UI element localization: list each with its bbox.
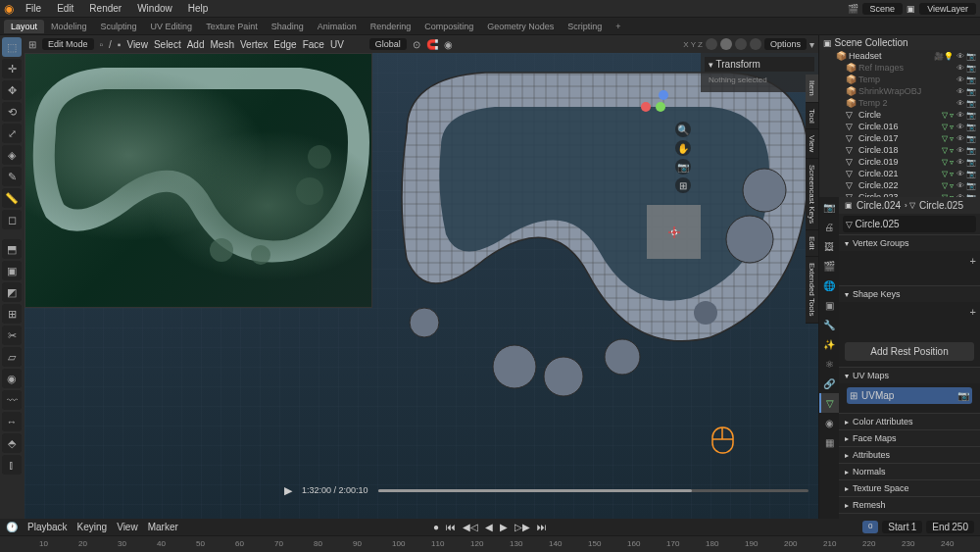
outliner-item[interactable]: 📦Temp👁 📷: [819, 74, 980, 85]
tool-extrude[interactable]: ⬒: [2, 239, 22, 259]
tool-cursor[interactable]: ✛: [2, 59, 22, 78]
vtab-tool[interactable]: Tool: [806, 103, 818, 130]
outliner-item[interactable]: ▽Circle.022▽ ▿👁 📷: [819, 179, 980, 191]
outliner-scene-collection[interactable]: ▣ Scene Collection: [819, 35, 980, 50]
nav-perspective[interactable]: ⊞: [675, 177, 691, 193]
ptab-object[interactable]: ▣: [819, 295, 839, 315]
panel-normals[interactable]: Normals: [839, 464, 980, 479]
menu-mesh[interactable]: Mesh: [211, 39, 234, 50]
prev-keyframe-button[interactable]: ◀◁: [461, 522, 480, 532]
panel-vertex-groups[interactable]: Vertex Groups: [839, 235, 980, 251]
scene-selector[interactable]: Scene: [862, 3, 904, 15]
outliner-item[interactable]: ▽Circle.016▽ ▿👁 📷: [819, 121, 980, 132]
timeline-marker-menu[interactable]: Marker: [148, 522, 178, 532]
play-button[interactable]: ▶: [498, 522, 510, 532]
proportional-icon[interactable]: ◉: [444, 39, 453, 50]
snap-icon[interactable]: 🧲: [426, 39, 438, 50]
tool-transform[interactable]: ◈: [2, 145, 22, 165]
menu-help[interactable]: Help: [180, 3, 217, 14]
tab-texture-paint[interactable]: Texture Paint: [199, 22, 265, 31]
ptab-modifiers[interactable]: 🔧: [819, 315, 839, 334]
tab-animation[interactable]: Animation: [311, 22, 364, 31]
video-play-button[interactable]: ▶: [284, 484, 292, 497]
autokey-icon[interactable]: ●: [431, 522, 441, 532]
vertex-select-mode[interactable]: ▫: [100, 39, 104, 50]
video-progress-track[interactable]: [378, 489, 808, 492]
ptab-viewlayer[interactable]: 🖼: [819, 236, 839, 256]
timeline-ruler[interactable]: 1020304050607080901001101201301401501601…: [0, 536, 980, 552]
start-frame-field[interactable]: Start 1: [882, 521, 922, 533]
3d-viewport[interactable]: ▾ Transform Nothing selected 🔍 ✋ 📷 ⊞: [24, 53, 818, 519]
viewlayer-selector[interactable]: ViewLayer: [919, 3, 976, 15]
add-shape-key-button[interactable]: +: [970, 306, 976, 318]
timeline-editor-icon[interactable]: 🕐: [6, 522, 18, 532]
tool-knife[interactable]: ✂: [2, 326, 22, 345]
ptab-world[interactable]: 🌐: [819, 276, 839, 295]
tab-compositing[interactable]: Compositing: [417, 22, 480, 31]
gizmo-z-axis[interactable]: [659, 90, 668, 100]
tool-annotate[interactable]: ✎: [2, 167, 22, 186]
add-rest-position-button[interactable]: Add Rest Position: [845, 342, 974, 361]
nav-pan[interactable]: ✋: [675, 140, 691, 156]
tab-scripting[interactable]: Scripting: [561, 22, 609, 31]
menu-edge[interactable]: Edge: [273, 39, 296, 50]
timeline-playback-menu[interactable]: Playback: [27, 522, 68, 532]
vtab-screencast[interactable]: Screencast Keys: [806, 159, 818, 230]
tool-move[interactable]: ✥: [2, 80, 22, 100]
ptab-texture[interactable]: ▦: [819, 432, 839, 452]
chevron-down-icon[interactable]: ▾: [809, 39, 814, 50]
ptab-output[interactable]: 🖨: [819, 217, 839, 236]
n-panel-transform-header[interactable]: ▾ Transform: [705, 57, 814, 72]
tool-rip[interactable]: ⫿: [2, 455, 22, 475]
shading-rendered[interactable]: [750, 38, 761, 50]
nav-zoom[interactable]: 🔍: [675, 122, 691, 137]
jump-start-button[interactable]: ⏮: [444, 522, 458, 532]
end-frame-field[interactable]: End 250: [926, 521, 974, 533]
outliner-item[interactable]: 📦Temp 2👁 📷: [819, 97, 980, 109]
outliner-item[interactable]: ▽Circle.018▽ ▿👁 📷: [819, 144, 980, 156]
uvmap-item[interactable]: ⊞ UVMap 📷: [847, 387, 972, 404]
tool-loop-cut[interactable]: ⊞: [2, 304, 22, 324]
ptab-constraints[interactable]: 🔗: [819, 374, 839, 393]
menu-select[interactable]: Select: [154, 39, 181, 50]
jump-end-button[interactable]: ⏭: [535, 522, 549, 532]
panel-texture-space[interactable]: Texture Space: [839, 480, 980, 496]
vtab-edit[interactable]: Edit: [806, 230, 818, 257]
panel-geometry-data[interactable]: Geometry Data: [839, 514, 980, 519]
menu-view[interactable]: View: [126, 39, 148, 50]
tool-bevel[interactable]: ◩: [2, 282, 22, 302]
tool-measure[interactable]: 📏: [2, 188, 22, 208]
panel-shape-keys[interactable]: Shape Keys: [839, 286, 980, 302]
next-keyframe-button[interactable]: ▷▶: [513, 522, 532, 532]
gizmo-x-axis[interactable]: [641, 102, 651, 112]
add-vertex-group-button[interactable]: +: [970, 255, 976, 267]
panel-remesh[interactable]: Remesh: [839, 497, 980, 513]
tab-geometry-nodes[interactable]: Geometry Nodes: [480, 22, 561, 31]
orientation-selector[interactable]: Global: [369, 38, 407, 50]
tool-inset[interactable]: ▣: [2, 261, 22, 280]
outliner-item[interactable]: ▽Circle.021▽ ▿👁 📷: [819, 168, 980, 179]
panel-uv-maps[interactable]: UV Maps: [839, 368, 980, 383]
gizmo-y-axis[interactable]: [656, 102, 665, 112]
mesh-name-field[interactable]: ▽ Circle.025: [843, 216, 976, 232]
nav-camera[interactable]: 📷: [675, 159, 691, 175]
ptab-render[interactable]: 📷: [819, 197, 839, 217]
tab-uv-editing[interactable]: UV Editing: [144, 22, 200, 31]
menu-window[interactable]: Window: [129, 3, 180, 14]
ptab-physics[interactable]: ⚛: [819, 354, 839, 374]
mode-selector[interactable]: Edit Mode: [42, 38, 94, 50]
menu-vertex[interactable]: Vertex: [240, 39, 268, 50]
tool-smooth[interactable]: 〰: [2, 390, 22, 410]
tab-shading[interactable]: Shading: [265, 22, 311, 31]
menu-edit[interactable]: Edit: [49, 3, 81, 14]
vtab-view[interactable]: View: [806, 129, 818, 159]
tool-rotate[interactable]: ⟲: [2, 102, 22, 122]
tool-scale[interactable]: ⤢: [2, 124, 22, 143]
tab-rendering[interactable]: Rendering: [364, 22, 418, 31]
tab-layout[interactable]: Layout: [4, 20, 44, 33]
outliner-item[interactable]: ▽Circle.019▽ ▿👁 📷: [819, 156, 980, 168]
menu-render[interactable]: Render: [81, 3, 129, 14]
ptab-scene[interactable]: 🎬: [819, 256, 839, 276]
tool-add-cube[interactable]: ◻: [2, 210, 22, 229]
options-dropdown[interactable]: Options: [764, 38, 807, 50]
